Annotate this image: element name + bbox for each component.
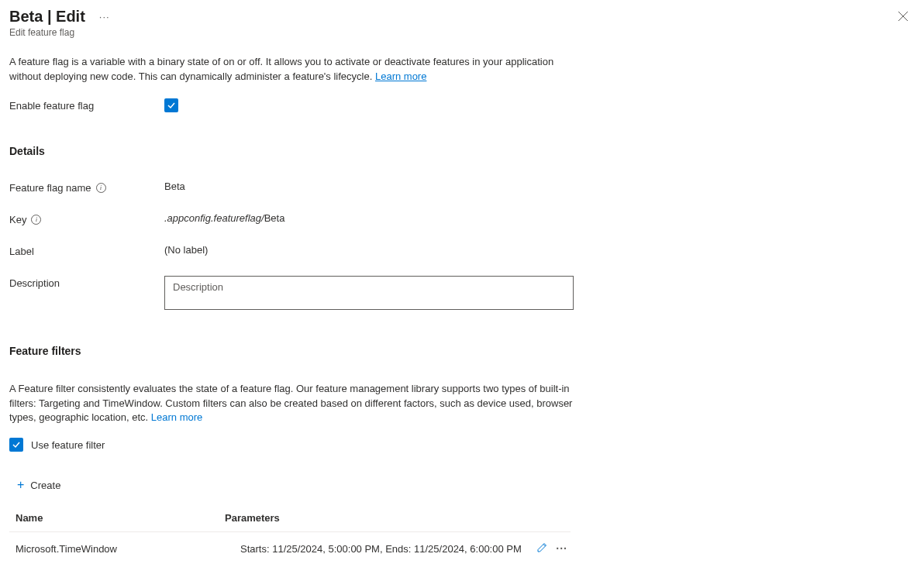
plus-icon: + (17, 478, 24, 492)
enable-flag-checkbox[interactable] (164, 98, 178, 112)
feature-filters-heading: Feature filters (9, 345, 915, 357)
filters-table: Name Parameters Microsoft.TimeWindow Sta… (9, 506, 571, 564)
edit-icon[interactable] (536, 542, 548, 555)
filter-name-cell: Microsoft.TimeWindow (16, 543, 225, 555)
more-actions-icon[interactable]: ··· (96, 9, 113, 24)
key-label: Key (9, 214, 26, 225)
create-label: Create (30, 480, 60, 491)
info-icon[interactable]: i (96, 183, 106, 193)
use-feature-filter-label: Use feature filter (31, 439, 105, 451)
enable-flag-label: Enable feature flag (9, 98, 164, 112)
label-label: Label (9, 244, 164, 257)
close-icon[interactable] (891, 8, 915, 27)
row-more-icon[interactable]: ··· (556, 542, 567, 555)
feature-flag-name-label: Feature flag name (9, 182, 91, 194)
page-title: Beta | Edit (9, 8, 85, 26)
details-heading: Details (9, 145, 915, 157)
page-subtitle: Edit feature flag (9, 27, 113, 38)
filters-intro-text: A Feature filter consistently evaluates … (9, 382, 575, 426)
description-label: Description (9, 276, 164, 289)
label-value: (No label) (164, 244, 208, 256)
info-icon[interactable]: i (31, 215, 41, 225)
column-header-parameters[interactable]: Parameters (225, 512, 571, 524)
key-value: .appconfig.featureflag/Beta (164, 212, 284, 224)
feature-flag-name-value: Beta (164, 181, 185, 192)
filter-params-cell: Starts: 11/25/2024, 5:00:00 PM, Ends: 11… (225, 543, 536, 555)
column-header-name[interactable]: Name (16, 512, 225, 524)
intro-text: A feature flag is a variable with a bina… (9, 55, 567, 84)
description-input[interactable] (164, 276, 574, 310)
learn-more-link[interactable]: Learn more (151, 411, 202, 423)
use-feature-filter-checkbox[interactable] (9, 438, 23, 452)
learn-more-link[interactable]: Learn more (375, 70, 426, 82)
create-filter-button[interactable]: + Create (17, 478, 915, 492)
table-row[interactable]: Microsoft.TimeWindow Starts: 11/25/2024,… (9, 532, 571, 564)
